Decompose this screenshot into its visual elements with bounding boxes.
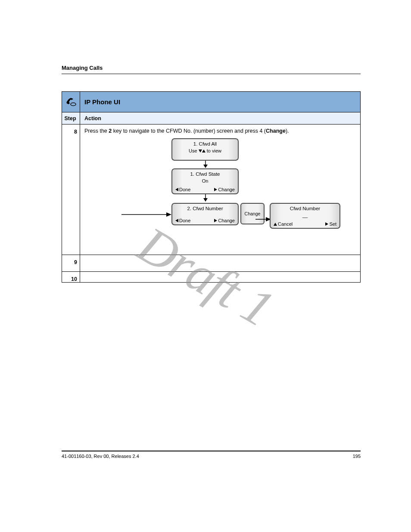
screen-sub: __: [273, 212, 337, 219]
screen-title: Cfwd Number: [273, 205, 337, 212]
phone-icon: [62, 92, 80, 112]
footer-right: 195: [353, 454, 361, 459]
screen-softkeys: Done Change: [174, 187, 236, 193]
step-num: 9: [62, 255, 80, 271]
triangle-right-icon: [325, 222, 328, 226]
table-header: IP Phone UI: [62, 92, 360, 112]
section-title: Managing Calls: [62, 65, 361, 71]
table-row: 8 Press the 2 key to navigate to the CFW…: [62, 124, 360, 255]
screen-cfwd-number: 2. Cfwd Number Done Change: [171, 203, 239, 225]
svg-marker-6: [166, 212, 171, 217]
triangle-up-icon: [202, 149, 206, 152]
arrow-down-icon: [205, 161, 206, 168]
column-action: Action: [80, 112, 360, 124]
step-body: [80, 272, 360, 281]
diagram: 1. Cfwd All Use to view 1. Cfwd State On…: [84, 138, 356, 250]
triangle-up-icon: [274, 223, 277, 226]
footer-divider: [62, 451, 361, 451]
softkey-change: Change: [218, 187, 235, 192]
text: Press the: [84, 128, 109, 134]
triangle-down-icon: [199, 149, 202, 152]
triangle-right-icon: [214, 219, 217, 222]
text: Change: [266, 128, 286, 134]
screen-cfwd-all: 1. Cfwd All Use to view: [171, 138, 239, 161]
triangle-left-icon: [175, 219, 178, 222]
screen-title: 1. Cfwd All: [174, 141, 236, 148]
footer: 41-001160-03, Rev 00, Releases 2.4 195: [62, 451, 361, 459]
table-subhead: Step Action: [62, 112, 360, 124]
triangle-left-icon: [175, 188, 178, 191]
text: ).: [286, 128, 289, 134]
softkey-done: Done: [179, 218, 190, 223]
screen-title: 2. Cfwd Number: [174, 205, 236, 212]
step-body: Press the 2 key to navigate to the CFWD …: [80, 124, 360, 255]
screen-cfwd-state: 1. Cfwd State On Done Change: [171, 168, 239, 194]
step-body: [80, 255, 360, 271]
step-num: 8: [62, 124, 80, 255]
steps-table: IP Phone UI Step Action 7 In the example…: [62, 91, 361, 283]
screen-softkeys: Done Change: [174, 218, 236, 224]
screen-sub: On: [174, 178, 236, 184]
svg-marker-2: [203, 165, 208, 168]
softkey-change: Change: [218, 218, 235, 223]
step-num: 10: [62, 272, 80, 282]
arrow-down-icon: [205, 194, 206, 202]
arrow-right-icon: [121, 212, 172, 217]
softkey-set: Set: [329, 222, 336, 227]
footer-left: 41-001160-03, Rev 00, Releases 2.4: [62, 454, 139, 459]
table-row: 10: [62, 272, 360, 282]
screen-title: 1. Cfwd State: [174, 171, 236, 178]
softkey-cancel: Cancel: [278, 222, 293, 227]
triangle-right-icon: [214, 188, 217, 191]
column-step: Step: [62, 112, 80, 124]
svg-marker-4: [203, 198, 208, 202]
svg-point-0: [71, 103, 76, 106]
screen-cfwd-entry: Cfwd Number __ Cancel Set: [270, 203, 340, 229]
softkey-done: Done: [179, 187, 190, 192]
text: key to navigate to the CFWD No. (number)…: [112, 128, 266, 134]
screen-sub: Use to view: [174, 148, 236, 154]
table-row: 9: [62, 255, 360, 272]
header-title: IP Phone UI: [80, 92, 360, 112]
screen-softkeys: Cancel Set: [273, 222, 337, 227]
divider: [62, 74, 361, 74]
